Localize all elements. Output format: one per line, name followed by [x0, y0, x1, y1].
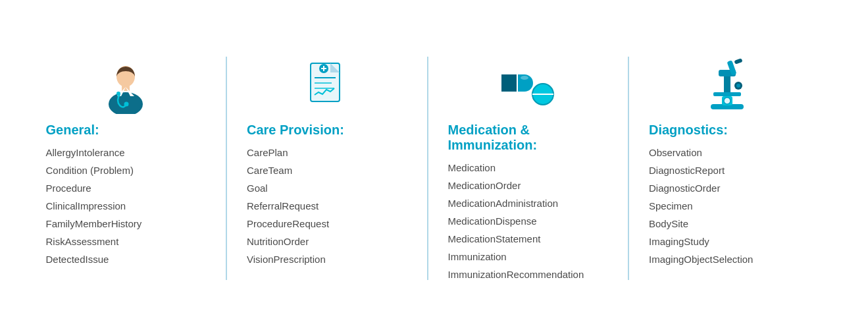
list-item: ImagingObjectSelection — [649, 254, 753, 265]
main-container: General: AllergyIntolerance Condition (P… — [20, 43, 849, 293]
list-item: MedicationDispense — [448, 215, 584, 227]
list-item: Condition (Problem) — [46, 165, 142, 176]
icon-area-diagnostics — [649, 57, 809, 116]
list-item: Procedure — [46, 182, 142, 194]
general-title: General: — [46, 123, 99, 138]
icon-area-care — [247, 57, 407, 116]
list-item: DetectedIssue — [46, 254, 142, 265]
icon-area-general — [46, 57, 207, 116]
list-item: RiskAssessment — [46, 236, 142, 247]
list-item: AllergyIntolerance — [46, 147, 142, 158]
list-item: NutritionOrder — [247, 236, 329, 247]
list-item: ProcedureRequest — [247, 218, 329, 229]
list-item: BodySite — [649, 218, 753, 229]
list-item: MedicationOrder — [448, 180, 584, 191]
svg-rect-28 — [734, 58, 743, 65]
list-item: FamilyMemberHistory — [46, 218, 142, 229]
list-item: MedicationAdministration — [448, 198, 584, 209]
medication-list: Medication MedicationOrder MedicationAdm… — [448, 162, 584, 280]
column-general: General: AllergyIntolerance Condition (P… — [39, 57, 228, 280]
list-item: MedicationStatement — [448, 233, 584, 244]
list-item: ImmunizationRecommendation — [448, 269, 584, 280]
list-item: Observation — [649, 147, 753, 158]
list-item: DiagnosticReport — [649, 165, 753, 176]
svg-point-6 — [116, 92, 120, 96]
column-care-provision: Care Provision: CarePlan CareTeam Goal R… — [227, 57, 428, 280]
svg-point-33 — [736, 84, 740, 88]
list-item: VisionPrescription — [247, 254, 329, 265]
list-item: Specimen — [649, 200, 753, 211]
medication-icon — [498, 60, 557, 113]
icon-area-medication — [448, 57, 609, 116]
doctor-icon — [103, 58, 149, 114]
svg-rect-2 — [122, 84, 130, 91]
column-diagnostics: Diagnostics: Observation DiagnosticRepor… — [629, 57, 829, 280]
list-item: ClinicalImpression — [46, 200, 142, 211]
medication-title: Medication & Immunization: — [448, 123, 609, 153]
list-item: CarePlan — [247, 147, 329, 158]
care-provision-list: CarePlan CareTeam Goal ReferralRequest P… — [247, 147, 329, 265]
list-item: Immunization — [448, 251, 584, 262]
svg-point-30 — [724, 98, 730, 104]
list-item: ReferralRequest — [247, 200, 329, 211]
document-icon — [305, 58, 348, 114]
svg-rect-18 — [501, 74, 517, 92]
list-item: Goal — [247, 182, 329, 194]
column-medication: Medication & Immunization: Medication Me… — [428, 57, 630, 280]
svg-rect-31 — [713, 92, 741, 96]
general-list: AllergyIntolerance Condition (Problem) P… — [46, 147, 142, 265]
svg-point-5 — [124, 102, 129, 107]
list-item: CareTeam — [247, 165, 329, 176]
svg-point-23 — [521, 76, 528, 80]
diagnostics-title: Diagnostics: — [649, 123, 728, 138]
care-provision-title: Care Provision: — [247, 123, 344, 138]
list-item: Medication — [448, 162, 584, 173]
list-item: ImagingStudy — [649, 236, 753, 247]
diagnostics-list: Observation DiagnosticReport DiagnosticO… — [649, 147, 753, 265]
list-item: DiagnosticOrder — [649, 182, 753, 194]
microscope-icon — [704, 58, 753, 114]
